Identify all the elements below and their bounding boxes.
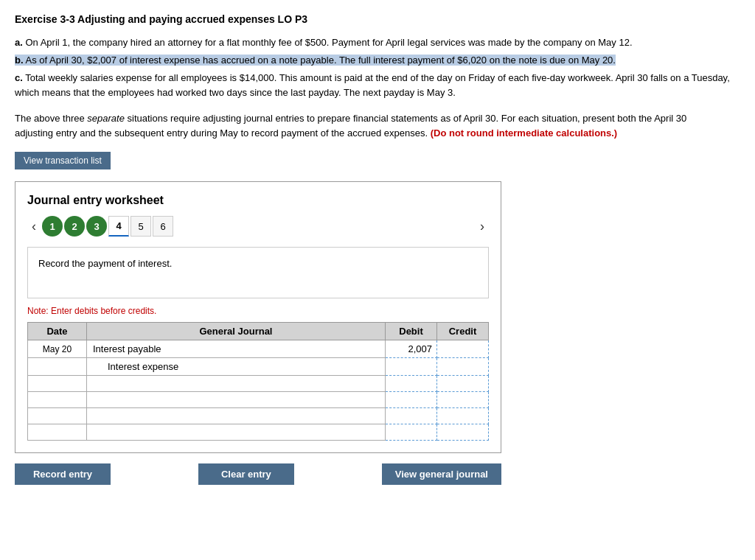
instruction-paragraph: The above three separate situations requ… xyxy=(15,111,693,142)
credit-cell[interactable] xyxy=(437,408,489,424)
debit-cell[interactable] xyxy=(386,358,437,376)
header-credit: Credit xyxy=(437,323,489,340)
date-cell[interactable] xyxy=(28,392,87,408)
header-debit: Debit xyxy=(386,323,437,340)
next-arrow[interactable]: › xyxy=(476,217,489,236)
gj-cell[interactable]: Interest payable xyxy=(87,340,386,358)
exercise-title: Exercise 3-3 Adjusting and paying accrue… xyxy=(15,13,740,25)
problem-a: a. On April 1, the company hired an atto… xyxy=(15,35,740,50)
table-row: Interest expense xyxy=(28,358,489,376)
credit-cell[interactable] xyxy=(437,424,489,441)
do-not-round-notice: (Do not round intermediate calculations.… xyxy=(431,127,618,139)
prev-arrow[interactable]: ‹ xyxy=(27,217,41,236)
worksheet-title: Journal entry worksheet xyxy=(27,194,489,207)
header-general-journal: General Journal xyxy=(87,323,386,340)
debit-cell[interactable] xyxy=(386,392,437,408)
date-cell[interactable] xyxy=(28,376,87,392)
tab-5[interactable]: 5 xyxy=(131,216,151,237)
view-general-journal-button[interactable]: View general journal xyxy=(382,463,501,485)
gj-cell[interactable] xyxy=(87,392,386,408)
record-entry-button[interactable]: Record entry xyxy=(15,463,111,485)
clear-entry-button[interactable]: Clear entry xyxy=(198,463,294,485)
table-row xyxy=(28,392,489,408)
debit-cell[interactable] xyxy=(386,424,437,441)
tab-6[interactable]: 6 xyxy=(153,216,173,237)
date-cell[interactable] xyxy=(28,408,87,424)
credit-cell[interactable] xyxy=(437,376,489,392)
view-transaction-button[interactable]: View transaction list xyxy=(15,152,111,169)
gj-cell[interactable] xyxy=(87,376,386,392)
tab-1[interactable]: 1 xyxy=(42,216,63,237)
gj-cell[interactable] xyxy=(87,424,386,441)
credit-cell[interactable] xyxy=(437,392,489,408)
note-text: Note: Enter debits before credits. xyxy=(27,306,489,316)
tab-2[interactable]: 2 xyxy=(64,216,85,237)
date-cell[interactable] xyxy=(28,358,87,376)
debit-cell[interactable] xyxy=(386,376,437,392)
header-date: Date xyxy=(28,323,87,340)
problem-b: b. As of April 30, $2,007 of interest ex… xyxy=(15,53,740,68)
bottom-buttons: Record entry Clear entry View general jo… xyxy=(15,463,501,485)
instruction-box: Record the payment of interest. xyxy=(27,247,489,298)
gj-cell[interactable]: Interest expense xyxy=(87,358,386,376)
date-cell[interactable] xyxy=(28,424,87,441)
credit-cell[interactable] xyxy=(437,358,489,376)
journal-worksheet: Journal entry worksheet ‹ 1 2 3 4 5 6 › … xyxy=(15,181,501,453)
journal-table: Date General Journal Debit Credit May 20… xyxy=(27,322,489,441)
table-row xyxy=(28,408,489,424)
gj-cell[interactable] xyxy=(87,408,386,424)
problem-c: c. Total weekly salaries expense for all… xyxy=(15,71,740,100)
table-row: May 20 Interest payable 2,007 xyxy=(28,340,489,358)
credit-cell[interactable] xyxy=(437,340,489,358)
tabs-row: ‹ 1 2 3 4 5 6 › xyxy=(27,216,489,237)
debit-cell[interactable] xyxy=(386,408,437,424)
tab-4[interactable]: 4 xyxy=(108,216,129,237)
table-row xyxy=(28,424,489,441)
tab-3[interactable]: 3 xyxy=(86,216,107,237)
table-row xyxy=(28,376,489,392)
debit-cell[interactable]: 2,007 xyxy=(386,340,437,358)
date-cell[interactable]: May 20 xyxy=(28,340,87,358)
